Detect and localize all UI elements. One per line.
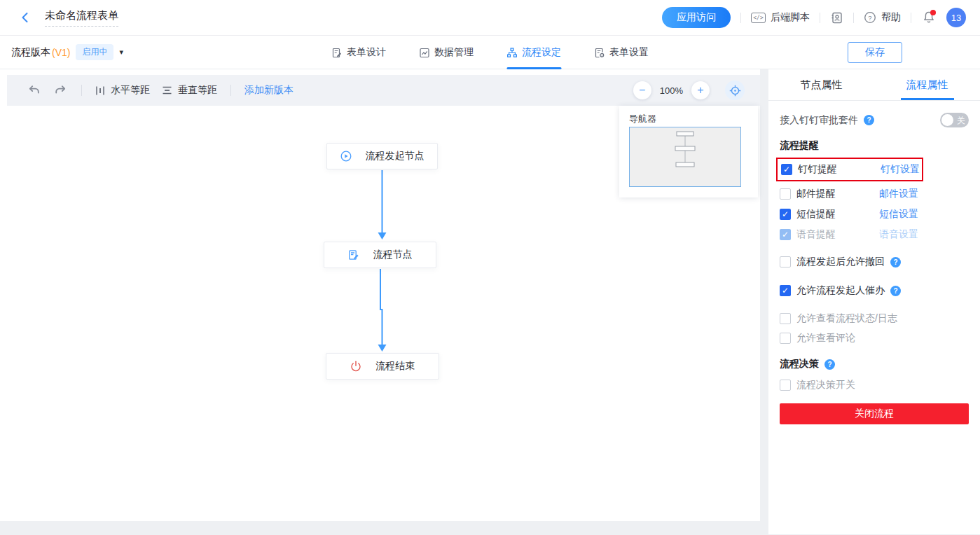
navigator-minimap[interactable] (629, 127, 741, 187)
navigator-title: 导航器 (619, 106, 758, 125)
flow-org-icon (506, 48, 517, 58)
add-version-link[interactable]: 添加新版本 (244, 84, 294, 97)
view-status-checkbox[interactable] (780, 313, 791, 324)
address-book-icon (830, 11, 843, 25)
dingtalk-settings-link[interactable]: 钉钉设置 (881, 163, 920, 176)
app-access-button[interactable]: 应用访问 (662, 7, 731, 28)
help-icon[interactable]: ? (890, 257, 901, 268)
redo-icon (54, 85, 67, 96)
toggle-off-label: 关 (957, 115, 965, 127)
version-bar: 流程版本 (V1) 启用中 ▾ 表单设计 数据管理 (0, 36, 980, 69)
option-decision-switch: 流程决策开关 (780, 377, 969, 393)
save-button[interactable]: 保存 (848, 42, 902, 63)
node-flow-start[interactable]: 流程发起节点 (326, 143, 438, 169)
redo-button[interactable] (53, 83, 68, 98)
contacts-button[interactable] (830, 11, 843, 25)
tab-form-design[interactable]: 表单设计 (331, 36, 386, 69)
tab-node-properties[interactable]: 节点属性 (768, 69, 874, 100)
avatar[interactable]: 13 (946, 8, 966, 27)
node-flow-end[interactable]: 流程结束 (326, 353, 439, 380)
status-badge: 启用中 (76, 44, 113, 60)
data-chart-icon (419, 48, 429, 58)
help-icon[interactable]: ? (864, 115, 874, 125)
panel-gap (760, 69, 768, 535)
undo-icon (28, 85, 41, 96)
backend-script-button[interactable]: </> 后端脚本 (751, 11, 810, 24)
help-icon[interactable]: ? (824, 359, 835, 370)
play-circle-icon (340, 151, 352, 162)
properties-panel: 节点属性 流程属性 接入钉钉审批套件 ? 关 流程提醒 钉钉提醒 钉钉设置 (768, 69, 980, 534)
svg-text:?: ? (868, 14, 871, 22)
decision-section-title: 流程决策 ? (780, 358, 969, 370)
chevron-left-icon (20, 12, 31, 23)
navigator-panel: 导航器 (619, 106, 758, 197)
flow-canvas[interactable]: 水平等距 垂直等距 添加新版本 − 100% + (0, 69, 760, 521)
email-settings-link[interactable]: 邮件设置 (879, 188, 918, 200)
reminder-row-sms: 短信提醒 短信设置 (780, 207, 969, 222)
view-comments-checkbox[interactable] (780, 333, 791, 344)
reminder-row-voice: 语音提醒 语音设置 (780, 227, 969, 242)
decision-switch-checkbox[interactable] (780, 380, 791, 391)
zoom-level: 100% (660, 85, 683, 96)
approval-suite-label: 接入钉钉审批套件 (780, 114, 858, 127)
option-allow-withdraw: 流程发起后允许撤回 ? (780, 254, 969, 270)
version-label: 流程版本 (11, 46, 50, 59)
notification-dot (930, 10, 936, 15)
vertical-spacing-button[interactable]: 垂直等距 (162, 84, 217, 97)
help-icon[interactable]: ? (890, 286, 901, 296)
tab-form-settings[interactable]: 表单设置 (594, 36, 649, 69)
allow-withdraw-checkbox[interactable] (780, 256, 791, 268)
form-settings-icon (594, 48, 605, 58)
notification-bell-button[interactable] (921, 10, 937, 25)
zoom-in-button[interactable]: + (691, 81, 710, 99)
crosshair-icon (729, 85, 741, 97)
reminder-row-email: 邮件提醒 邮件设置 (780, 186, 969, 202)
help-button[interactable]: ? 帮助 (864, 11, 901, 24)
approval-suite-row: 接入钉钉审批套件 ? 关 (780, 113, 969, 127)
option-view-status: 允许查看流程状态/日志 (780, 311, 969, 326)
chevron-down-icon[interactable]: ▾ (119, 48, 123, 57)
allow-urge-checkbox[interactable] (780, 285, 791, 296)
close-flow-button[interactable]: 关闭流程 (780, 403, 969, 424)
horizontal-spacing-button[interactable]: 水平等距 (95, 84, 150, 97)
code-icon: </> (751, 13, 766, 23)
approval-suite-toggle[interactable]: 关 (940, 113, 969, 127)
highlight-box: 钉钉提醒 钉钉设置 (776, 158, 923, 181)
form-design-icon (331, 48, 342, 58)
divider (853, 13, 854, 23)
form-edit-icon (348, 249, 359, 260)
fit-view-button[interactable] (725, 81, 745, 100)
undo-button[interactable] (27, 83, 42, 98)
tab-flow-setting[interactable]: 流程设定 (506, 36, 561, 69)
zoom-out-button[interactable]: − (633, 81, 651, 99)
divider (820, 13, 820, 23)
divider (81, 85, 82, 96)
email-reminder-checkbox[interactable] (780, 188, 791, 200)
sms-settings-link[interactable]: 短信设置 (879, 208, 918, 221)
horizontal-spacing-icon (95, 85, 105, 96)
back-button[interactable] (18, 11, 32, 25)
divider (911, 13, 911, 23)
dingtalk-reminder-checkbox[interactable] (781, 164, 792, 175)
tab-data-management[interactable]: 数据管理 (419, 36, 474, 69)
reminder-section-title: 流程提醒 (780, 139, 969, 152)
reminder-row-dingtalk: 钉钉提醒 钉钉设置 (781, 162, 922, 177)
tab-flow-properties[interactable]: 流程属性 (874, 69, 980, 100)
vertical-spacing-icon (162, 85, 172, 95)
app-root: 未命名流程表单 应用访问 </> 后端脚本 (0, 0, 980, 535)
option-allow-urge: 允许流程发起人催办 ? (780, 283, 969, 298)
voice-reminder-checkbox (780, 229, 791, 240)
main-tabs: 表单设计 数据管理 流程设定 (331, 36, 649, 69)
question-circle-icon: ? (864, 11, 876, 24)
sms-reminder-checkbox[interactable] (780, 209, 791, 220)
power-icon (350, 361, 361, 372)
node-flow-step[interactable]: 流程节点 (324, 242, 436, 268)
top-header: 未命名流程表单 应用访问 </> 后端脚本 (0, 0, 980, 36)
divider (230, 85, 231, 96)
page-title[interactable]: 未命名流程表单 (45, 9, 118, 21)
version-selector[interactable]: 流程版本 (V1) 启用中 ▾ (11, 44, 123, 60)
minimap-preview (630, 127, 740, 186)
voice-settings-link: 语音设置 (879, 228, 918, 241)
canvas-toolbar: 水平等距 垂直等距 添加新版本 − 100% + (7, 75, 760, 106)
option-view-comments: 允许查看评论 (780, 331, 969, 346)
